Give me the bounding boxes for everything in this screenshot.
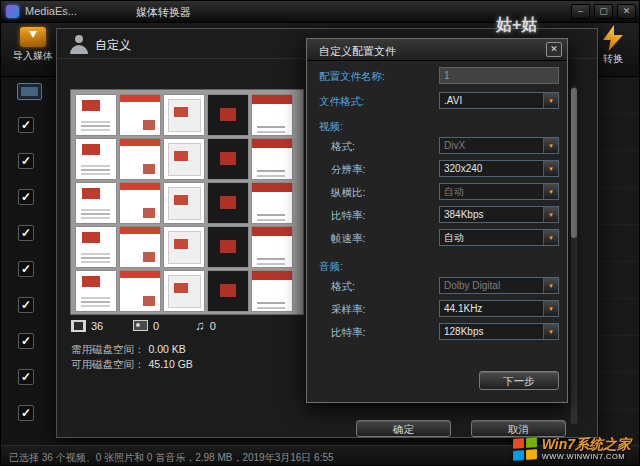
audio-format-dropdown[interactable]: Dolby Digital ▼ [439,277,559,294]
profile-dialog-title: 自定义配置文件 [319,44,396,59]
video-thumbnail[interactable] [164,139,204,179]
video-thumbnail[interactable] [252,271,292,311]
lightning-icon [603,25,623,51]
person-icon [69,35,89,54]
profile-name-input[interactable]: 1 [439,67,559,84]
next-button[interactable]: 下一步 [479,371,559,390]
audio-bitrate-value: 128Kbps [440,326,543,337]
music-count-group: ♫ 0 [195,319,247,332]
video-thumbnail[interactable] [208,139,248,179]
audio-format-value: Dolby Digital [440,280,543,291]
framerate-dropdown[interactable]: 自动 ▼ [439,229,559,246]
cancel-button[interactable]: 取消 [471,420,566,437]
video-bitrate-dropdown[interactable]: 384Kbps ▼ [439,206,559,223]
chevron-down-icon: ▼ [543,184,558,199]
video-bitrate-value: 384Kbps [440,209,543,220]
row-checkbox[interactable]: ✓ [18,189,34,205]
framerate-value: 自动 [440,231,543,245]
selection-status-text: 已选择 36 个视频、0 张照片和 0 首音乐，2.98 MB，2019年3月1… [9,451,334,465]
sample-rate-label: 采样率: [331,303,365,317]
chevron-down-icon: ▼ [543,93,558,108]
video-thumbnail[interactable] [76,227,116,267]
video-thumbnail[interactable] [164,183,204,223]
aspect-ratio-value: 自动 [440,185,543,199]
aspect-ratio-label: 纵横比: [331,186,365,200]
video-thumbnail[interactable] [252,227,292,267]
row-checkbox[interactable]: ✓ [18,405,34,421]
maximize-button[interactable]: ▢ [594,4,613,19]
photo-icon [133,320,148,331]
video-thumbnail[interactable] [76,271,116,311]
row-checkbox[interactable]: ✓ [18,333,34,349]
app-title: MediaEs... [25,5,77,17]
app-window: MediaEs... 媒体转换器 – ▢ ✕ 姑+姑 导入媒体 转换 ✓✓✓✓✓… [0,0,640,466]
close-button[interactable]: ✕ [617,4,636,19]
audio-section-label: 音频: [319,260,343,274]
file-format-dropdown[interactable]: .AVI ▼ [439,92,559,109]
video-thumbnail[interactable] [252,139,292,179]
video-thumbnail[interactable] [120,183,160,223]
chevron-down-icon: ▼ [543,161,558,176]
import-media-button[interactable]: 导入媒体 [7,27,59,63]
chevron-down-icon: ▼ [543,230,558,245]
video-thumbnail[interactable] [76,139,116,179]
title-bar: MediaEs... 媒体转换器 – ▢ ✕ [1,1,640,23]
video-count-group: 36 [71,320,123,332]
audio-bitrate-dropdown[interactable]: 128Kbps ▼ [439,323,559,340]
ok-button[interactable]: 确定 [356,420,451,437]
resolution-value: 320x240 [440,163,543,174]
aspect-ratio-dropdown[interactable]: 自动 ▼ [439,183,559,200]
film-icon [71,320,86,332]
audio-format-label: 格式: [331,280,355,294]
video-thumbnail[interactable] [120,227,160,267]
video-count: 36 [91,320,103,332]
video-thumbnail[interactable] [208,95,248,135]
site-watermark: Win7系统之家 WWW.WINWIN7.COM [513,437,631,461]
file-format-value: .AVI [440,95,543,106]
profile-name-label: 配置文件名称: [319,70,385,84]
profile-dialog-close-button[interactable]: ✕ [546,42,562,57]
profile-dialog-titlebar: 自定义配置文件 ✕ [307,39,567,61]
media-library-icon[interactable] [17,83,42,100]
overlay-watermark-text: 姑+姑 [496,15,537,36]
profile-dialog: 自定义配置文件 ✕ 配置文件名称: 1 文件格式: .AVI ▼ 视频: 格式:… [306,38,568,403]
video-thumbnail[interactable] [208,271,248,311]
video-thumbnail[interactable] [164,271,204,311]
import-media-icon [20,27,46,47]
music-count: 0 [210,320,216,332]
resolution-dropdown[interactable]: 320x240 ▼ [439,160,559,177]
photo-count-group: 0 [133,320,185,332]
video-thumbnail[interactable] [76,183,116,223]
video-section-label: 视频: [319,120,343,134]
video-thumbnail[interactable] [120,139,160,179]
photo-count: 0 [153,320,159,332]
row-checkbox[interactable]: ✓ [18,297,34,313]
disk-required-label: 需用磁盘空间： [71,343,145,355]
video-thumbnail[interactable] [252,95,292,135]
vertical-scrollbar[interactable] [570,85,578,425]
row-checkbox[interactable]: ✓ [18,261,34,277]
video-thumbnail[interactable] [76,95,116,135]
video-thumbnail[interactable] [120,95,160,135]
minimize-button[interactable]: – [571,4,590,19]
row-checkbox[interactable]: ✓ [18,153,34,169]
window-title: 媒体转换器 [136,5,191,20]
video-thumbnail[interactable] [164,227,204,267]
video-thumbnail[interactable] [164,95,204,135]
row-checkbox[interactable]: ✓ [18,225,34,241]
chevron-down-icon: ▼ [543,278,558,293]
video-thumbnail[interactable] [120,271,160,311]
watermark-url: WWW.WINWIN7.COM [542,453,631,461]
row-checkbox[interactable]: ✓ [18,117,34,133]
thumbnail-grid [70,89,304,315]
video-thumbnail[interactable] [252,183,292,223]
framerate-label: 帧速率: [331,232,365,246]
chevron-down-icon: ▼ [543,324,558,339]
video-format-dropdown[interactable]: DivX ▼ [439,137,559,154]
sample-rate-dropdown[interactable]: 44.1KHz ▼ [439,300,559,317]
disk-required-value: 0.00 KB [149,343,186,355]
video-thumbnail[interactable] [208,183,248,223]
video-thumbnail[interactable] [208,227,248,267]
scrollbar-thumb[interactable] [571,88,577,238]
row-checkbox[interactable]: ✓ [18,369,34,385]
